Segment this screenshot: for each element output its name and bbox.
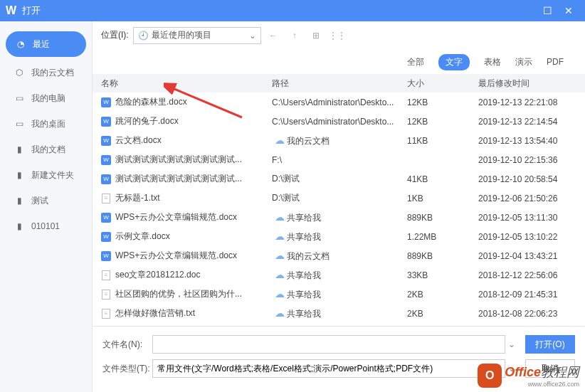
filename-input[interactable] <box>152 335 505 354</box>
file-path: 共享给我 <box>287 309 321 319</box>
file-time: 2019-12-13 22:21:08 <box>470 97 585 107</box>
text-file-icon: ≡ <box>102 194 110 203</box>
file-name: 社区团购的优势，社区团购为什... <box>115 289 242 299</box>
folder-icon: ▮ <box>13 144 26 154</box>
filetype-input[interactable] <box>152 359 505 378</box>
sidebar-item-label: 我的桌面 <box>31 118 65 130</box>
cloud-sync-icon: ☁ <box>275 211 285 223</box>
file-size: 1KB <box>399 194 470 203</box>
sidebar-item-cloud[interactable]: ⬡ 我的云文档 <box>0 60 92 85</box>
file-name: 测试测试测试测试测试测试测试... <box>115 174 242 184</box>
clock-icon: ◔ <box>14 39 27 49</box>
file-time: 2019-12-05 13:11:30 <box>470 213 585 223</box>
file-size: 2KB <box>399 309 470 319</box>
back-button[interactable]: ← <box>264 27 283 44</box>
sidebar-item-label: 我的云文档 <box>31 67 74 79</box>
cloud-sync-icon: ☁ <box>275 307 285 319</box>
up-button[interactable]: ↑ <box>285 27 304 44</box>
file-size: 889KB <box>399 213 470 223</box>
table-row[interactable]: ≡社区团购的优势，社区团购为什...☁ 共享给我2KB2018-12-09 21… <box>93 285 585 304</box>
sidebar-item-documents[interactable]: ▮ 我的文档 <box>0 137 92 162</box>
filename-label: 文件名(N): <box>102 339 152 351</box>
file-size: 2KB <box>399 290 470 300</box>
filter-tabs: 全部 文字 表格 演示 PDF <box>93 50 585 74</box>
table-row[interactable]: W危险的森林里.docx C:\Users\Administrator\Desk… <box>93 92 585 112</box>
watermark-brand: Office <box>505 365 541 379</box>
col-path[interactable]: 路径 <box>263 78 399 90</box>
table-row[interactable]: WWPS+云办公文章编辑规范.docx☁ 我的云文档889KB2019-12-0… <box>93 246 585 265</box>
file-path: 共享给我 <box>287 270 321 280</box>
filter-sheet[interactable]: 表格 <box>484 56 501 68</box>
file-size: 1.22MB <box>399 232 470 242</box>
file-size: 41KB <box>399 174 470 184</box>
word-file-icon: W <box>101 174 111 184</box>
desktop-icon: ▭ <box>13 119 26 129</box>
file-path: C:\Users\Administrator\Deskto... <box>272 97 394 107</box>
file-size: 12KB <box>399 97 470 107</box>
sidebar-item-label: 新建文件夹 <box>31 169 74 181</box>
file-path: 共享给我 <box>287 232 321 242</box>
table-row[interactable]: WWPS+云办公文章编辑规范.docx☁ 共享给我889KB2019-12-05… <box>93 208 585 227</box>
sidebar-item-recent[interactable]: ◔ 最近 <box>6 31 86 57</box>
file-path: D:\测试 <box>272 193 300 203</box>
close-button[interactable]: ✕ <box>558 5 579 16</box>
folder-icon: ▮ <box>13 221 26 231</box>
filter-slides[interactable]: 演示 <box>515 56 532 68</box>
file-table: 名称 路径 大小 最后修改时间 W危险的森林里.docx C:\Users\Ad… <box>93 74 585 326</box>
newfolder-button[interactable]: ⊞ <box>307 27 325 44</box>
watermark: O Office教程网 www.office26.com <box>478 364 579 388</box>
table-row[interactable]: W跳河的兔子.docx C:\Users\Administrator\Deskt… <box>93 112 585 131</box>
text-file-icon: ≡ <box>102 309 110 319</box>
filter-pdf[interactable]: PDF <box>547 57 564 67</box>
file-time: 2019-12-04 13:43:21 <box>470 251 585 261</box>
filter-all[interactable]: 全部 <box>407 56 424 68</box>
file-size: 889KB <box>399 251 470 261</box>
file-size: 33KB <box>399 270 470 280</box>
maximize-button[interactable]: ☐ <box>537 5 558 16</box>
col-size[interactable]: 大小 <box>399 78 470 90</box>
location-dropdown[interactable]: 🕘 最近使用的项目 ⌄ <box>133 27 261 44</box>
view-button[interactable]: ⋮⋮ <box>328 27 347 44</box>
table-row[interactable]: ≡seo文章20181212.doc☁ 共享给我33KB2018-12-12 2… <box>93 265 585 285</box>
table-row[interactable]: ≡无标题-1.txt D:\测试1KB2019-12-06 21:50:26 <box>93 189 585 208</box>
window-title: 打开 <box>22 4 537 17</box>
sidebar-item-label: 我的电脑 <box>31 92 65 105</box>
col-name[interactable]: 名称 <box>93 78 263 90</box>
word-file-icon: W <box>101 117 111 127</box>
col-time[interactable]: 最后修改时间 <box>470 78 585 90</box>
filename-dropdown-icon[interactable]: ⌄ <box>505 339 518 349</box>
sidebar-item-desktop[interactable]: ▭ 我的桌面 <box>0 111 92 137</box>
word-file-icon: W <box>101 155 111 165</box>
titlebar: W 打开 ☐ ✕ <box>0 0 585 21</box>
sidebar-item-test[interactable]: ▮ 测试 <box>0 188 92 213</box>
cloud-sync-icon: ☁ <box>275 288 285 300</box>
file-name: seo文章20181212.doc <box>115 270 200 280</box>
watermark-url: www.office26.com <box>505 381 579 388</box>
sidebar-item-newfolder[interactable]: ▮ 新建文件夹 <box>0 162 92 188</box>
table-row[interactable]: W测试测试测试测试测试测试测试... D:\测试41KB2019-12-10 2… <box>93 169 585 189</box>
computer-icon: ▭ <box>13 93 26 103</box>
table-header: 名称 路径 大小 最后修改时间 <box>93 74 585 92</box>
sidebar-item-010101[interactable]: ▮ 010101 <box>0 213 92 239</box>
cloud-icon: ⬡ <box>13 68 26 78</box>
file-name: 测试测试测试测试测试测试测试... <box>115 154 242 164</box>
file-time: 2019-12-06 21:50:26 <box>470 194 585 203</box>
open-button[interactable]: 打开(O) <box>525 335 575 354</box>
table-row[interactable]: W示例文章.docx☁ 共享给我1.22MB2019-12-05 13:10:2… <box>93 227 585 246</box>
file-size: 11KB <box>399 136 470 146</box>
sidebar-item-label: 测试 <box>31 195 48 207</box>
cloud-sync-icon: ☁ <box>275 269 285 280</box>
sidebar-item-label: 010101 <box>31 221 60 231</box>
sidebar: ◔ 最近 ⬡ 我的云文档 ▭ 我的电脑 ▭ 我的桌面 ▮ 我的文档 ▮ 新建文件… <box>0 21 93 392</box>
file-path: 共享给我 <box>287 290 321 300</box>
word-file-icon: W <box>101 136 111 146</box>
table-row[interactable]: W测试测试测试测试测试测试测试... F:\2019-12-10 22:15:3… <box>93 150 585 169</box>
table-row[interactable]: W云文档.docx☁ 我的云文档11KB2019-12-13 13:54:40 <box>93 131 585 150</box>
file-time: 2018-12-08 22:06:23 <box>470 309 585 319</box>
sidebar-item-computer[interactable]: ▭ 我的电脑 <box>0 85 92 111</box>
filter-text[interactable]: 文字 <box>438 54 470 70</box>
table-row[interactable]: ≡怎样做好微信营销.txt☁ 共享给我2KB2018-12-08 22:06:2… <box>93 304 585 323</box>
location-label: 位置(I): <box>101 29 129 41</box>
file-name: 怎样做好微信营销.txt <box>115 308 195 318</box>
file-path: F:\ <box>272 155 282 165</box>
